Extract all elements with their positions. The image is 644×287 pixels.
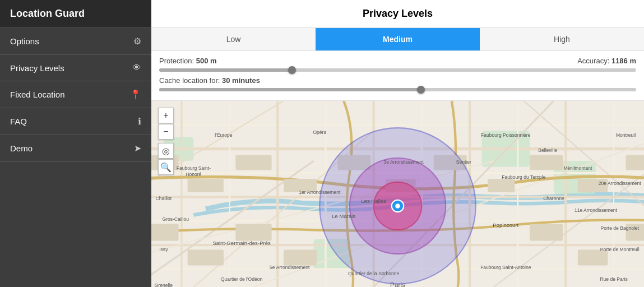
sidebar-item-demo[interactable]: Demo ➤: [0, 135, 151, 162]
main-panel: Privacy Levels Low Medium High Protectio…: [151, 0, 644, 287]
svg-text:Popincourt: Popincourt: [493, 222, 518, 228]
svg-text:Quartier de l'Odéon: Quartier de l'Odéon: [221, 276, 263, 282]
locate-button[interactable]: ◎: [158, 143, 174, 159]
svg-rect-41: [151, 224, 179, 241]
protection-slider-track: [159, 68, 636, 72]
sidebar: Location Guard Options ⚙ Privacy Levels …: [0, 0, 151, 287]
protection-value: 500 m: [196, 57, 217, 65]
svg-rect-43: [235, 224, 271, 241]
controls-panel: Protection: 500 m Accuracy: 1186 m Cache…: [151, 51, 644, 101]
svg-text:Quartier de la Sorbonne: Quartier de la Sorbonne: [348, 271, 399, 276]
svg-text:1er Arrondissement: 1er Arrondissement: [299, 189, 341, 195]
svg-text:Saint-Germain-des-Prés: Saint-Germain-des-Prés: [212, 240, 271, 246]
protection-label: Protection: 500 m: [159, 57, 217, 65]
svg-text:Porte de Montreuil: Porte de Montreuil: [600, 247, 640, 252]
svg-text:5e Arrondissement: 5e Arrondissement: [270, 265, 310, 270]
sidebar-fixed-label: Fixed Location: [10, 90, 130, 99]
svg-text:3e Arrondissement: 3e Arrondissement: [384, 159, 424, 165]
map-svg: Paris Le Marais Les Halles Saint-Germain…: [151, 101, 644, 287]
cache-slider-track: [159, 88, 636, 91]
svg-rect-32: [235, 155, 271, 170]
sidebar-options-label: Options: [10, 36, 133, 46]
svg-text:Faubourg Poissonnière: Faubourg Poissonnière: [481, 132, 531, 138]
svg-text:Faubourg Saint-Antoine: Faubourg Saint-Antoine: [480, 265, 531, 270]
arrow-icon: ➤: [134, 143, 141, 154]
pin-icon: 📍: [130, 89, 141, 100]
cache-label: Cache location for: 30 minutes: [159, 76, 260, 85]
cache-slider-wrap: [159, 88, 636, 91]
map-controls: + − ◎ 🔍: [158, 108, 174, 175]
sidebar-demo-label: Demo: [10, 144, 134, 153]
gear-icon: ⚙: [133, 36, 141, 47]
protection-slider-thumb[interactable]: [288, 66, 296, 74]
svg-text:Chaillot: Chaillot: [156, 196, 172, 201]
svg-rect-40: [626, 155, 644, 170]
svg-text:Porte de Bagnolet: Porte de Bagnolet: [601, 225, 640, 231]
sidebar-item-fixed-location[interactable]: Fixed Location 📍: [0, 81, 151, 108]
svg-rect-31: [188, 179, 224, 192]
sidebar-item-faq[interactable]: FAQ ℹ: [0, 108, 151, 135]
map-container: Paris Le Marais Les Halles Saint-Germain…: [151, 101, 644, 287]
svg-text:Le Marais: Le Marais: [332, 213, 355, 219]
svg-text:11e Arrondissement: 11e Arrondissement: [574, 207, 618, 213]
svg-rect-46: [578, 250, 608, 266]
cache-row: Cache location for: 30 minutes: [159, 76, 636, 85]
svg-text:Paris: Paris: [390, 281, 405, 287]
svg-text:Ménilmontant: Ménilmontant: [563, 165, 592, 171]
svg-text:Rue de Paris: Rue de Paris: [600, 276, 627, 282]
svg-rect-38: [530, 155, 563, 170]
cache-slider-thumb[interactable]: [417, 86, 425, 94]
svg-text:Grenelle: Grenelle: [155, 283, 173, 287]
zoom-out-button[interactable]: −: [158, 124, 174, 140]
cache-slider-fill: [159, 88, 421, 91]
protection-slider-fill: [159, 68, 293, 72]
svg-text:l'Europe: l'Europe: [215, 132, 232, 138]
svg-text:Opéra: Opéra: [313, 129, 326, 135]
accuracy-value: 1186 m: [611, 57, 636, 65]
svg-point-52: [395, 203, 400, 209]
main-title: Privacy Levels: [151, 0, 644, 28]
svg-rect-45: [530, 224, 563, 241]
svg-text:Faubourg du Temple: Faubourg du Temple: [502, 174, 545, 180]
svg-text:Honoré: Honoré: [186, 172, 201, 177]
svg-text:Montreuil: Montreuil: [616, 132, 636, 138]
tab-low[interactable]: Low: [151, 28, 316, 50]
svg-text:Belleville: Belleville: [538, 147, 557, 153]
sidebar-item-privacy-levels[interactable]: Privacy Levels 👁: [0, 55, 151, 81]
svg-rect-44: [284, 250, 317, 266]
svg-text:Sentier: Sentier: [456, 159, 471, 165]
sidebar-privacy-label: Privacy Levels: [10, 63, 132, 73]
svg-text:Charonne: Charonne: [543, 196, 564, 201]
tab-medium[interactable]: Medium: [316, 28, 480, 50]
protection-slider-wrap: [159, 68, 636, 72]
sidebar-faq-label: FAQ: [10, 117, 138, 126]
eye-icon: 👁: [132, 63, 141, 73]
svg-text:Gros-Caillou: Gros-Caillou: [162, 216, 189, 222]
sidebar-header: Location Guard: [0, 0, 151, 28]
tab-high[interactable]: High: [480, 28, 644, 50]
svg-rect-37: [488, 179, 515, 192]
tab-bar: Low Medium High: [151, 28, 644, 51]
info-icon: ℹ: [138, 116, 141, 127]
sidebar-item-options[interactable]: Options ⚙: [0, 28, 151, 55]
cache-value: 30 minutes: [222, 76, 260, 85]
svg-text:20e Arrondissement: 20e Arrondissement: [599, 180, 642, 186]
svg-text:Les Halles: Les Halles: [361, 198, 386, 204]
protection-row: Protection: 500 m Accuracy: 1186 m: [159, 57, 636, 65]
svg-rect-42: [188, 250, 224, 266]
zoom-in-button[interactable]: +: [158, 108, 174, 123]
search-map-button[interactable]: 🔍: [158, 159, 174, 175]
accuracy-display: Accuracy: 1186 m: [577, 57, 636, 65]
svg-text:Issy: Issy: [159, 247, 168, 252]
svg-text:Faubourg Saint-: Faubourg Saint-: [177, 165, 211, 171]
